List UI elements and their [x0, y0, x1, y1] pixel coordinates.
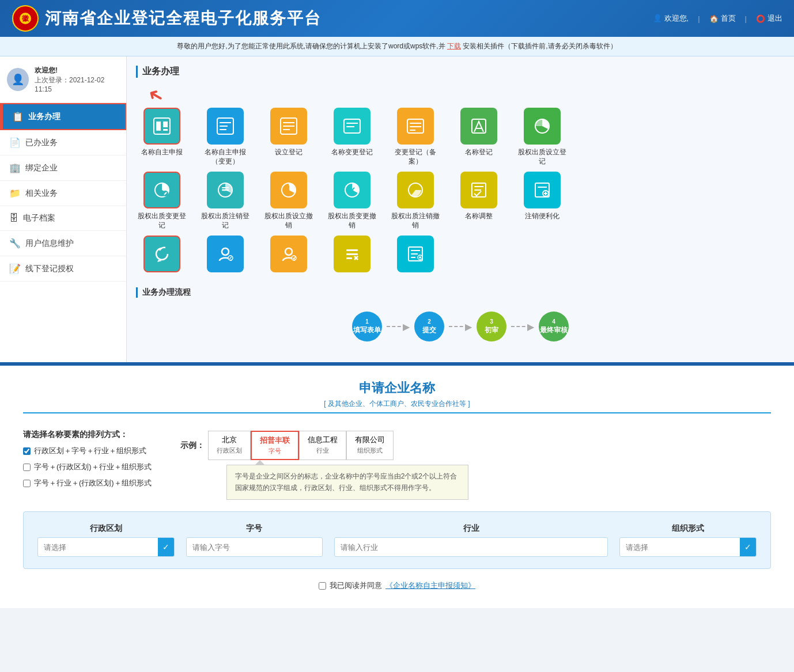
biz-item-16[interactable] [263, 236, 315, 276]
radio-section-label: 请选择名称要素的排列方式： [23, 430, 128, 440]
biz-item-11[interactable]: 股权出质注销撤销 [390, 172, 441, 230]
archive-icon: 🗄 [9, 213, 18, 223]
svg-point-43 [222, 248, 229, 255]
biz-label-0: 名称自主申报 [141, 148, 183, 157]
sidebar-item-business[interactable]: 📋 业务办理 [0, 103, 126, 130]
process-title: 业务办理流程 [136, 287, 785, 298]
biz-icon-8 [207, 172, 244, 208]
process-step-1: 1 填写表单 [352, 312, 382, 341]
biz-item-10[interactable]: 股权出质变更撤销 [326, 172, 378, 230]
agree-label[interactable]: 我已阅读并同意 《企业名称自主申报须知》 [23, 580, 771, 591]
header: 徽 河南省企业登记全程电子化服务平台 👤 欢迎您, | 🏠 首页 | ⭕ 退出 [0, 0, 794, 37]
svg-point-46 [285, 248, 292, 255]
sidebar-user-info: 👤 欢迎您! 上次登录：2021-12-02 11:15 [0, 56, 126, 103]
option-1[interactable]: 行政区划＋字号＋行业＋组织形式 [23, 446, 152, 456]
logo-icon: 徽 [12, 5, 39, 32]
sidebar-item-archive[interactable]: 🗄 电子档案 [0, 206, 126, 231]
home-nav[interactable]: 🏠 首页 [709, 13, 736, 24]
option-3[interactable]: 字号＋行业＋(行政区划)＋组织形式 [23, 478, 152, 488]
biz-item-9[interactable]: 股权出质设立撤销 [263, 172, 315, 230]
biz-icon-3 [334, 108, 370, 145]
biz-label-2: 设立登记 [275, 148, 303, 157]
biz-item-12[interactable]: 名称调整 [453, 172, 505, 230]
example-boxes: 北京 行政区划 招普丰联 字号 信息工程 行业 有限公司 组织形式 [208, 431, 394, 460]
orgtype-input-wrapper: ✓ [619, 537, 757, 557]
biz-item-13[interactable]: 注销便利化 [516, 172, 568, 230]
biz-icon-15 [207, 236, 244, 272]
sidebar-item-bind[interactable]: 🏢 绑定企业 [0, 155, 126, 181]
biz-item-7[interactable]: 股权出质变更登记 [136, 172, 188, 230]
example-box-0: 北京 行政区划 [208, 431, 251, 460]
userinfo-icon: 🔧 [9, 238, 21, 249]
biz-label-8: 股权出质注销登记 [199, 212, 251, 230]
biz-icon-18 [397, 236, 434, 272]
arrow-1: ▶ [387, 326, 410, 327]
biz-icon-17 [334, 236, 370, 272]
process-circle-2: 2 提交 [414, 312, 444, 341]
process-circle-4: 4 最终审核 [539, 312, 569, 341]
option-2[interactable]: 字号＋(行政区划)＋行业＋组织形式 [23, 462, 152, 472]
orgtype-select-icon[interactable]: ✓ [740, 538, 756, 556]
divider2: | [745, 14, 747, 23]
process-step-2: 2 提交 [414, 312, 444, 341]
biz-icon-4 [397, 108, 434, 145]
biz-item-3[interactable]: 名称变更登记 [326, 108, 378, 166]
example-box-2: 信息工程 行业 [299, 431, 346, 460]
biz-icon-12 [460, 172, 497, 208]
apply-subtitle: [ 及其他企业、个体工商户、农民专业合作社等 ] [23, 399, 771, 409]
divider1: | [698, 14, 700, 23]
biz-grid-2: 股权出质变更登记 股权出质注销登记 股权出质设立撤销 [136, 172, 782, 230]
district-select-icon[interactable]: ✓ [158, 538, 174, 556]
logout-nav[interactable]: ⭕ 退出 [756, 13, 782, 24]
sidebar-item-related[interactable]: 📁 相关业务 [0, 181, 126, 206]
checkbox-3[interactable] [23, 480, 31, 487]
orgtype-input[interactable] [620, 540, 740, 555]
biz-label-6: 股权出质设立登记 [516, 148, 568, 166]
biz-item-4[interactable]: 变更登记（备案） [390, 108, 441, 166]
industry-input[interactable] [334, 537, 608, 557]
header-right: 👤 欢迎您, | 🏠 首页 | ⭕ 退出 [653, 13, 782, 24]
biz-icon-0 [143, 108, 180, 145]
biz-item-1[interactable]: 名称自主申报（变更） [199, 108, 251, 166]
biz-item-6[interactable]: 股权出质设立登记 [516, 108, 568, 166]
biz-item-17[interactable] [326, 236, 378, 276]
sidebar-item-archive-label: 电子档案 [23, 213, 55, 223]
main-container: 👤 欢迎您! 上次登录：2021-12-02 11:15 📋 业务办理 📄 已办… [0, 56, 794, 362]
download-link[interactable]: 下载 [447, 42, 461, 50]
biz-icon-5 [460, 108, 497, 145]
biz-item-2[interactable]: 设立登记 [263, 108, 315, 166]
sidebar-item-userinfo[interactable]: 🔧 用户信息维护 [0, 231, 126, 256]
form-field-industry: 行业 [334, 523, 608, 557]
section-title: 业务办理 [136, 66, 785, 78]
form-grid: 行政区划 ✓ 字号 行业 组织形式 ✓ [23, 511, 771, 569]
biz-item-14[interactable] [136, 236, 188, 276]
process-step-4: 4 最终审核 [539, 312, 569, 341]
lower-section: 申请企业名称 [ 及其他企业、个体工商户、农民专业合作社等 ] 请选择名称要素的… [0, 366, 794, 608]
biz-item-18[interactable] [390, 236, 441, 276]
agree-section: 我已阅读并同意 《企业名称自主申报须知》 [23, 580, 771, 591]
svg-rect-48 [346, 249, 358, 251]
agree-link[interactable]: 《企业名称自主申报须知》 [385, 580, 475, 591]
form-field-district: 行政区划 ✓ [37, 523, 175, 557]
biz-item-8[interactable]: 股权出质注销登记 [199, 172, 251, 230]
agree-checkbox[interactable] [319, 582, 326, 590]
district-input-wrapper: ✓ [37, 537, 175, 557]
zipcode-input[interactable] [186, 537, 323, 557]
site-title: 河南省企业登记全程电子化服务平台 [45, 7, 322, 29]
process-circle-1: 1 填写表单 [352, 312, 382, 341]
biz-item-15[interactable] [199, 236, 251, 276]
last-login: 上次登录：2021-12-02 11:15 [35, 75, 119, 93]
checkbox-2[interactable] [23, 464, 31, 471]
svg-text:徽: 徽 [21, 14, 29, 22]
user-greeting: 👤 欢迎您, [653, 13, 689, 24]
biz-item-5[interactable]: 名称登记 [453, 108, 505, 166]
sidebar-item-offline[interactable]: 📝 线下登记授权 [0, 256, 126, 282]
biz-label-5: 名称登记 [465, 148, 493, 157]
sidebar-item-userinfo-label: 用户信息维护 [25, 238, 74, 249]
district-input[interactable] [38, 540, 158, 555]
sidebar-item-done[interactable]: 📄 已办业务 [0, 130, 126, 155]
red-arrow-icon: ➜ [144, 84, 167, 108]
biz-item-0[interactable]: 名称自主申报 [136, 108, 188, 166]
radio-section: 请选择名称要素的排列方式： 行政区划＋字号＋行业＋组织形式 字号＋(行政区划)＋… [23, 427, 152, 488]
checkbox-1[interactable] [23, 447, 31, 455]
